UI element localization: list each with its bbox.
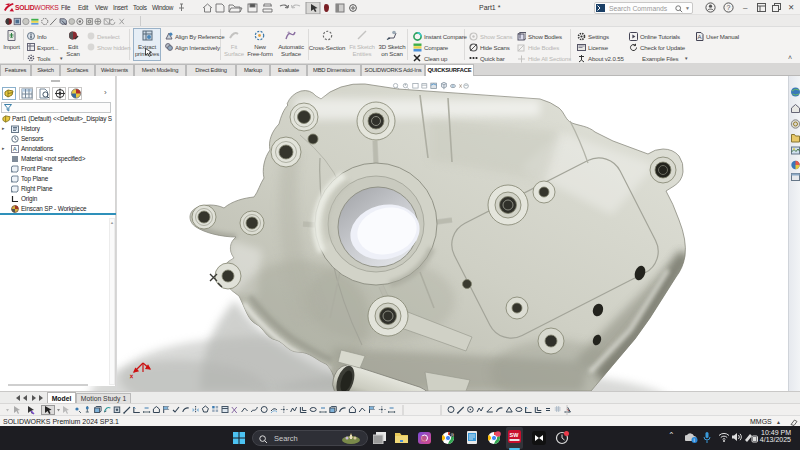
svg-text:?: ? [726, 4, 730, 11]
svg-text:G: G [451, 432, 454, 437]
svg-text:x: x [130, 373, 133, 379]
svg-text:A: A [698, 34, 702, 40]
svg-text:A: A [13, 146, 17, 152]
svg-text:SW: SW [510, 432, 520, 438]
svg-text:i: i [694, 437, 695, 443]
